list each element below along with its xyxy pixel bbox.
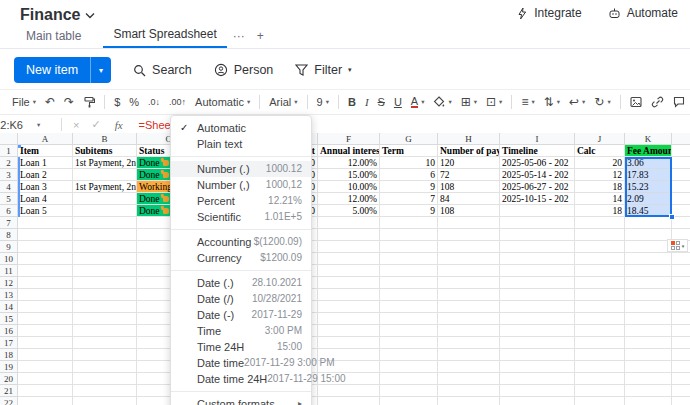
vertical-align-button[interactable]: ⇅▾ (544, 96, 560, 108)
grid-cell-J11[interactable] (575, 265, 625, 277)
menu-item-plain-text[interactable]: Plain text (171, 136, 311, 152)
grid-cell-H20[interactable] (438, 373, 500, 385)
grid-cell-I10[interactable] (500, 253, 575, 265)
fill-handle[interactable] (669, 214, 675, 220)
grid-cell-H19[interactable] (438, 361, 500, 373)
insert-image-button[interactable] (630, 96, 642, 108)
grid-cell-K12[interactable] (625, 277, 672, 289)
grid-cell-J10[interactable] (575, 253, 625, 265)
grid-cell-K21[interactable] (625, 385, 672, 397)
grid-cell-J19[interactable] (575, 361, 625, 373)
grid-cell-F4[interactable]: 10.00% (318, 181, 380, 193)
grid-cell-I2[interactable]: 2025-05-06 - 202 (500, 157, 575, 169)
grid-cell-A1[interactable]: Item (18, 145, 73, 157)
percent-format-button[interactable]: % (129, 96, 139, 108)
column-header-A[interactable]: A (18, 133, 73, 145)
grid-cell-G13[interactable] (380, 289, 438, 301)
grid-cell-B7[interactable] (73, 217, 137, 229)
grid-cell-A4[interactable]: Loan 3 (18, 181, 73, 193)
grid-cell-A21[interactable] (18, 385, 73, 397)
row-header-12[interactable]: 12 (0, 277, 18, 289)
grid-cell-F3[interactable]: 15.00% (318, 169, 380, 181)
grid-cell-F14[interactable] (318, 301, 380, 313)
grid-cell-J20[interactable] (575, 373, 625, 385)
cancel-icon[interactable]: × (73, 119, 79, 131)
grid-cell-A2[interactable]: Loan 1 (18, 157, 73, 169)
grid-cell-G4[interactable]: 9 (380, 181, 438, 193)
row-header-19[interactable]: 19 (0, 361, 18, 373)
row-header-13[interactable]: 13 (0, 289, 18, 301)
grid-cell-F12[interactable] (318, 277, 380, 289)
column-header-F[interactable]: F (318, 133, 380, 145)
grid-cell-G2[interactable]: 10 (380, 157, 438, 169)
menu-item-time-24h[interactable]: Time 24H15:00 (171, 339, 311, 355)
grid-cell-I17[interactable] (500, 337, 575, 349)
grid-cell-I13[interactable] (500, 289, 575, 301)
grid-cell-K19[interactable] (625, 361, 672, 373)
grid-cell-K11[interactable] (625, 265, 672, 277)
grid-cell-J18[interactable] (575, 349, 625, 361)
grid-cell-J17[interactable] (575, 337, 625, 349)
paste-options-button[interactable]: ▾ (667, 239, 688, 252)
grid-cell-I6[interactable] (500, 205, 575, 217)
insert-comment-button[interactable] (673, 96, 685, 108)
new-item-button[interactable]: New item ▾ (14, 57, 111, 83)
grid-cell-K18[interactable] (625, 349, 672, 361)
grid-cell-B4[interactable]: 1st Payment, 2nd Payment (73, 181, 137, 193)
grid-cell-B16[interactable] (73, 325, 137, 337)
grid-cell-J8[interactable] (575, 229, 625, 241)
column-header-K[interactable]: K (625, 133, 672, 145)
menu-item-number[interactable]: Number (,)1000,12 (171, 177, 311, 193)
grid-cell-G8[interactable] (380, 229, 438, 241)
menu-item-automatic[interactable]: ✓Automatic (171, 120, 311, 136)
grid-cell-I14[interactable] (500, 301, 575, 313)
grid-cell-G6[interactable]: 9 (380, 205, 438, 217)
grid-cell-B19[interactable] (73, 361, 137, 373)
grid-cell-H17[interactable] (438, 337, 500, 349)
borders-button[interactable]: ⊞▾ (461, 96, 477, 108)
row-header-8[interactable]: 8 (0, 229, 18, 241)
underline-button[interactable]: U (394, 96, 402, 108)
grid-cell-H15[interactable] (438, 313, 500, 325)
grid-cell-K1[interactable]: Fee Amount (625, 145, 672, 157)
grid-cell-J15[interactable] (575, 313, 625, 325)
integrate-button[interactable]: Integrate (516, 6, 581, 20)
grid-cell-F9[interactable] (318, 241, 380, 253)
paint-format-button[interactable] (83, 96, 95, 108)
grid-cell-I21[interactable] (500, 385, 575, 397)
grid-cell-I19[interactable] (500, 361, 575, 373)
new-item-dropdown[interactable]: ▾ (91, 57, 111, 83)
grid-cell-B20[interactable] (73, 373, 137, 385)
text-rotation-button[interactable]: ↻▾ (594, 96, 610, 108)
grid-cell-G18[interactable] (380, 349, 438, 361)
grid-cell-H4[interactable]: 108 (438, 181, 500, 193)
row-header-17[interactable]: 17 (0, 337, 18, 349)
grid-cell-G7[interactable] (380, 217, 438, 229)
grid-cell-J16[interactable] (575, 325, 625, 337)
column-header-J[interactable]: J (575, 133, 625, 145)
decrease-decimal-button[interactable]: .0↓ (148, 97, 160, 107)
grid-cell-G12[interactable] (380, 277, 438, 289)
grid-cell-K16[interactable] (625, 325, 672, 337)
grid-cell-G15[interactable] (380, 313, 438, 325)
redo-button[interactable]: ↷ (64, 96, 74, 108)
grid-cell-G16[interactable] (380, 325, 438, 337)
grid-cell-G21[interactable] (380, 385, 438, 397)
grid-cell-G17[interactable] (380, 337, 438, 349)
selection-box[interactable] (625, 157, 672, 217)
grid-cell-G3[interactable]: 6 (380, 169, 438, 181)
grid-cell-F22[interactable] (318, 397, 380, 405)
grid-cell-F15[interactable] (318, 313, 380, 325)
grid-cell-I15[interactable] (500, 313, 575, 325)
grid-cell-H16[interactable] (438, 325, 500, 337)
grid-cell-J4[interactable]: 18 (575, 181, 625, 193)
row-header-11[interactable]: 11 (0, 265, 18, 277)
column-header-B[interactable]: B (73, 133, 137, 145)
grid-cell-F13[interactable] (318, 289, 380, 301)
grid-cell-F7[interactable] (318, 217, 380, 229)
row-header-20[interactable]: 20 (0, 373, 18, 385)
grid-cell-A5[interactable]: Loan 4 (18, 193, 73, 205)
row-header-10[interactable]: 10 (0, 253, 18, 265)
grid-cell-F10[interactable] (318, 253, 380, 265)
row-header-5[interactable]: 5 (0, 193, 18, 205)
